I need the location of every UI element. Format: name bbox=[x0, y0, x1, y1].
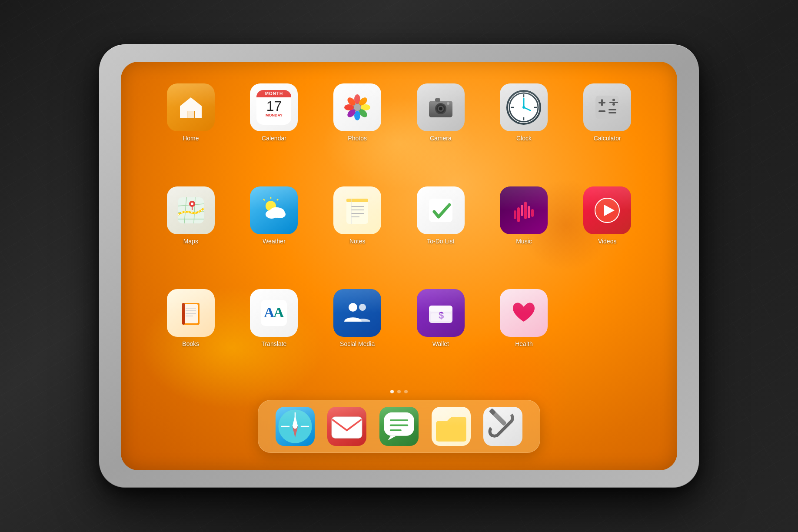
svg-rect-95 bbox=[384, 412, 414, 436]
svg-point-26 bbox=[522, 106, 525, 109]
app-clock[interactable]: Clock bbox=[489, 83, 559, 178]
app-maps[interactable]: Maps bbox=[156, 186, 226, 281]
svg-point-31 bbox=[612, 103, 615, 106]
svg-text:A: A bbox=[273, 304, 284, 320]
dock bbox=[258, 400, 540, 453]
dock-messages[interactable] bbox=[379, 407, 419, 446]
cal-month: MONTH bbox=[256, 90, 291, 97]
music-label: Music bbox=[516, 238, 532, 245]
music-icon bbox=[500, 186, 548, 234]
svg-rect-17 bbox=[435, 98, 440, 102]
svg-point-81 bbox=[359, 304, 366, 311]
maps-icon bbox=[167, 186, 215, 234]
app-notes[interactable]: Notes bbox=[322, 186, 392, 281]
svg-point-18 bbox=[447, 102, 449, 105]
wallet-icon: $ bbox=[417, 289, 465, 337]
svg-rect-76 bbox=[182, 303, 185, 325]
svg-rect-62 bbox=[521, 205, 523, 216]
calculator-label: Calculator bbox=[594, 135, 621, 142]
videos-label: Videos bbox=[598, 238, 617, 245]
app-todo[interactable]: To-Do List bbox=[406, 186, 476, 281]
svg-point-43 bbox=[191, 203, 193, 205]
social-label: Social Media bbox=[340, 340, 375, 347]
messages-icon bbox=[379, 407, 419, 446]
dot-3[interactable] bbox=[404, 390, 408, 393]
dock-tools[interactable] bbox=[483, 407, 522, 446]
camera-icon bbox=[417, 83, 465, 131]
svg-point-92 bbox=[293, 424, 297, 429]
clock-icon bbox=[500, 83, 548, 131]
notes-label: Notes bbox=[349, 238, 366, 245]
videos-icon bbox=[583, 186, 631, 234]
svg-rect-52 bbox=[346, 199, 368, 224]
mail-icon bbox=[327, 407, 366, 446]
calendar-icon: MONTH 17 MONDAY bbox=[250, 83, 298, 131]
svg-rect-33 bbox=[598, 110, 605, 112]
maps-label: Maps bbox=[183, 238, 198, 245]
app-books[interactable]: Books bbox=[156, 289, 226, 383]
app-translate[interactable]: A A Translate bbox=[239, 289, 309, 383]
app-camera[interactable]: Camera bbox=[406, 83, 476, 178]
app-social[interactable]: Social Media bbox=[322, 289, 392, 383]
weather-label: Weather bbox=[263, 238, 286, 245]
svg-rect-32 bbox=[609, 102, 618, 103]
svg-rect-65 bbox=[531, 209, 534, 217]
svg-rect-93 bbox=[332, 417, 362, 438]
todo-label: To-Do List bbox=[427, 238, 454, 245]
app-wallet[interactable]: $ Wallet bbox=[406, 289, 476, 383]
dot-2[interactable] bbox=[397, 390, 401, 393]
app-photos[interactable]: Photos bbox=[322, 83, 392, 178]
svg-point-51 bbox=[270, 207, 280, 216]
svg-rect-35 bbox=[608, 112, 616, 113]
dock-files[interactable] bbox=[432, 407, 471, 446]
health-icon bbox=[500, 289, 548, 337]
app-videos[interactable]: Videos bbox=[572, 186, 642, 281]
dot-1[interactable] bbox=[390, 390, 394, 393]
svg-rect-29 bbox=[601, 99, 603, 106]
books-label: Books bbox=[182, 340, 199, 347]
photos-label: Photos bbox=[348, 135, 367, 142]
social-icon bbox=[333, 289, 381, 337]
tablet: Home MONTH 17 MONDAY Calendar bbox=[99, 44, 699, 488]
svg-rect-64 bbox=[528, 206, 530, 218]
svg-line-47 bbox=[263, 199, 265, 200]
svg-rect-60 bbox=[514, 210, 516, 219]
todo-icon bbox=[417, 186, 465, 234]
calculator-icon bbox=[583, 83, 631, 131]
app-music[interactable]: Music bbox=[489, 186, 559, 281]
app-calculator[interactable]: Calculator bbox=[572, 83, 642, 178]
svg-point-16 bbox=[439, 107, 442, 110]
svg-rect-59 bbox=[429, 199, 452, 222]
health-label: Health bbox=[515, 340, 532, 347]
wallet-label: Wallet bbox=[432, 340, 449, 347]
cal-day: 17 bbox=[266, 99, 282, 113]
dock-mail[interactable] bbox=[327, 407, 366, 446]
photos-icon bbox=[333, 83, 381, 131]
app-weather[interactable]: Weather bbox=[239, 186, 309, 281]
page-dots bbox=[390, 390, 408, 393]
notes-icon bbox=[333, 186, 381, 234]
files-icon bbox=[432, 407, 471, 446]
svg-rect-61 bbox=[517, 207, 520, 222]
app-empty-slot bbox=[572, 289, 642, 383]
app-calendar[interactable]: MONTH 17 MONDAY Calendar bbox=[239, 83, 309, 178]
translate-label: Translate bbox=[262, 340, 287, 347]
calendar-label: Calendar bbox=[262, 135, 286, 142]
app-health[interactable]: Health bbox=[489, 289, 559, 383]
svg-point-30 bbox=[612, 99, 615, 101]
clock-label: Clock bbox=[516, 135, 532, 142]
svg-point-80 bbox=[349, 303, 357, 312]
app-home[interactable]: Home bbox=[156, 83, 226, 178]
weather-icon bbox=[250, 186, 298, 234]
cal-weekday: MONDAY bbox=[266, 113, 283, 117]
home-icon bbox=[167, 83, 215, 131]
svg-rect-0 bbox=[187, 111, 194, 118]
camera-label: Camera bbox=[430, 135, 452, 142]
svg-rect-34 bbox=[608, 109, 616, 110]
translate-icon: A A bbox=[250, 289, 298, 337]
tools-icon bbox=[483, 407, 522, 446]
svg-rect-53 bbox=[346, 199, 368, 202]
svg-point-10 bbox=[354, 104, 361, 111]
books-icon bbox=[167, 289, 215, 337]
dock-compass[interactable] bbox=[276, 407, 315, 446]
